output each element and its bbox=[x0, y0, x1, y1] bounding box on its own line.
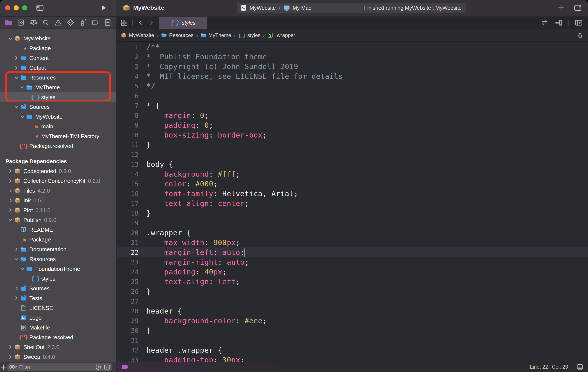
disclosure-down-icon[interactable] bbox=[14, 256, 19, 262]
tree-item-publish[interactable]: Publish0.9.0 bbox=[0, 215, 116, 225]
code-line-20[interactable]: 20 .wrapper { bbox=[117, 228, 588, 238]
disclosure-right-icon[interactable] bbox=[8, 208, 13, 213]
disclosure-down-icon[interactable] bbox=[8, 36, 13, 41]
code-line-14[interactable]: 14 background: #fff; bbox=[117, 169, 588, 179]
tree-item-mywebsite[interactable]: MyWebsite bbox=[0, 33, 116, 43]
tree-item-package-resolved[interactable]: {“} Package.resolved bbox=[0, 141, 116, 151]
code-line-6[interactable]: 6 bbox=[117, 91, 588, 101]
go-back-icon[interactable] bbox=[137, 19, 144, 26]
disclosure-down-icon[interactable] bbox=[20, 266, 25, 272]
tree-item-output[interactable]: Output bbox=[0, 63, 116, 73]
minimize-window-button[interactable] bbox=[14, 5, 19, 11]
tree-item-files[interactable]: Files4.2.0 bbox=[0, 186, 116, 196]
source-editor[interactable]: 1 /** 2 * Publish Foundation theme 3 * C… bbox=[117, 42, 588, 362]
code-line-10[interactable]: 10 box-sizing: border-box; bbox=[117, 130, 588, 140]
code-line-21[interactable]: 21 max-width: 900px; bbox=[117, 238, 588, 247]
disclosure-down-icon[interactable] bbox=[14, 75, 19, 80]
disclosure-down-icon[interactable] bbox=[20, 85, 25, 90]
code-line-13[interactable]: 13 body { bbox=[117, 159, 588, 169]
navigator-tab-find[interactable] bbox=[40, 18, 51, 27]
disclosure-right-icon[interactable] bbox=[8, 188, 13, 193]
code-line-22[interactable]: 22 margin-left: auto; bbox=[117, 247, 588, 257]
code-line-17[interactable]: 17 text-align: center; bbox=[117, 198, 588, 208]
code-line-27[interactable]: 27 bbox=[117, 296, 588, 306]
code-line-16[interactable]: 16 font-family: Helvetica, Arial; bbox=[117, 189, 588, 198]
code-line-7[interactable]: 7 * { bbox=[117, 101, 588, 110]
disclosure-right-icon[interactable] bbox=[8, 344, 13, 350]
tree-item-license[interactable]: LICENSE bbox=[0, 303, 116, 313]
disclosure-right-icon[interactable] bbox=[14, 65, 19, 71]
code-line-15[interactable]: 15 color: #000; bbox=[117, 179, 588, 189]
tree-item-resources[interactable]: Resources bbox=[0, 73, 116, 82]
related-items-icon[interactable] bbox=[120, 19, 128, 27]
navigator-tab-issues[interactable] bbox=[53, 18, 64, 27]
zoom-window-button[interactable] bbox=[22, 5, 27, 11]
tree-item-mythemehtmlfactory[interactable]: MyThemeHTMLFactory bbox=[0, 131, 116, 141]
toggle-bottom-panel-icon[interactable] bbox=[576, 363, 584, 371]
breadcrumb-item-MyWebsite[interactable]: MyWebsite bbox=[121, 32, 154, 38]
disclosure-right-icon[interactable] bbox=[8, 354, 13, 360]
tree-item-codextended[interactable]: Codextended0.3.0 bbox=[0, 166, 116, 176]
code-line-33[interactable]: 33 padding-top: 30px; bbox=[117, 355, 588, 362]
breadcrumb-item--wrapper[interactable]: S.wrapper bbox=[267, 32, 295, 38]
disclosure-right-icon[interactable] bbox=[14, 295, 19, 301]
add-item-button[interactable] bbox=[0, 363, 7, 371]
code-line-12[interactable]: 12 bbox=[117, 150, 588, 159]
scheme-selector[interactable]: MyWebsite › My Mac Finished running MyWe… bbox=[237, 3, 466, 13]
tree-item-package[interactable]: Package bbox=[0, 235, 116, 244]
tree-item-package-resolved[interactable]: {“} Package.resolved bbox=[0, 332, 116, 342]
tree-item-makefile[interactable]: Makefile bbox=[0, 323, 116, 332]
code-line-1[interactable]: 1 /** bbox=[117, 42, 588, 52]
toggle-inspector-icon[interactable] bbox=[574, 4, 582, 12]
navigator-tab-source-control[interactable] bbox=[15, 18, 26, 27]
tree-item-plot[interactable]: Plot0.11.0 bbox=[0, 205, 116, 215]
scheme-destination[interactable]: My Mac bbox=[293, 5, 311, 11]
tab-styles[interactable]: { } styles bbox=[159, 17, 207, 29]
disclosure-down-icon[interactable] bbox=[8, 217, 13, 223]
toggle-navigator-icon[interactable] bbox=[36, 4, 44, 12]
navigator-tab-breakpoints[interactable] bbox=[90, 18, 101, 27]
tree-item-ink[interactable]: Ink0.5.1 bbox=[0, 196, 116, 205]
scheme-target[interactable]: MyWebsite bbox=[250, 5, 276, 11]
breakpoint-tag-icon[interactable] bbox=[121, 363, 130, 371]
breadcrumb-item-Resources[interactable]: Resources bbox=[161, 32, 194, 38]
tree-item-collectionconcurrencykit[interactable]: CollectionConcurrencyKit0.2.0 bbox=[0, 176, 116, 186]
tree-item-readme[interactable]: README bbox=[0, 225, 116, 235]
tree-item-resources[interactable]: Resources bbox=[0, 254, 116, 264]
tree-item-styles[interactable]: { } styles bbox=[0, 274, 116, 284]
code-line-29[interactable]: 29 background-color: #eee; bbox=[117, 316, 588, 326]
recent-files-icon[interactable] bbox=[95, 364, 102, 371]
tree-item-package[interactable]: Package bbox=[0, 43, 116, 53]
tree-item-documentation[interactable]: Documentation bbox=[0, 244, 116, 254]
library-add-button[interactable] bbox=[557, 4, 565, 12]
navigator-tab-debug[interactable] bbox=[77, 18, 88, 27]
tree-item-foundationtheme[interactable]: FoundationTheme bbox=[0, 264, 116, 274]
disclosure-right-icon[interactable] bbox=[8, 168, 13, 174]
filter-field[interactable]: Filter bbox=[7, 363, 112, 371]
source-control-status-icon[interactable] bbox=[104, 363, 111, 371]
tree-item-sources[interactable]: Sources bbox=[0, 102, 116, 112]
code-line-26[interactable]: 26 } bbox=[117, 286, 588, 296]
tree-item-main[interactable]: main bbox=[0, 121, 116, 131]
navigator-tab-symbols[interactable] bbox=[28, 18, 39, 27]
run-button[interactable] bbox=[99, 3, 108, 12]
code-line-9[interactable]: 9 padding: 0; bbox=[117, 120, 588, 130]
editor-options-icon[interactable] bbox=[555, 19, 563, 27]
tree-item-logo[interactable]: Logo bbox=[0, 313, 116, 323]
code-line-2[interactable]: 2 * Publish Foundation theme bbox=[117, 52, 588, 62]
navigator-tab-tests[interactable] bbox=[65, 18, 76, 27]
code-review-icon[interactable] bbox=[540, 19, 549, 27]
disclosure-right-icon[interactable] bbox=[14, 55, 19, 61]
navigator-tab-project[interactable] bbox=[3, 18, 14, 27]
tree-item-sources[interactable]: Sources bbox=[0, 284, 116, 293]
disclosure-right-icon[interactable] bbox=[14, 247, 19, 252]
code-line-31[interactable]: 31 bbox=[117, 335, 588, 345]
breadcrumb-item-MyTheme[interactable]: MyTheme bbox=[200, 32, 231, 38]
code-line-4[interactable]: 4 * MIT license, see LICENSE file for de… bbox=[117, 71, 588, 81]
navigator-tab-reports[interactable] bbox=[102, 18, 113, 27]
code-line-24[interactable]: 24 padding: 40px; bbox=[117, 267, 588, 277]
tree-item-mywebsite[interactable]: MyWebsite bbox=[0, 112, 116, 121]
go-forward-icon[interactable] bbox=[148, 19, 155, 26]
tree-item-content[interactable]: Content bbox=[0, 53, 116, 63]
tree-item-tests[interactable]: Tests bbox=[0, 293, 116, 303]
